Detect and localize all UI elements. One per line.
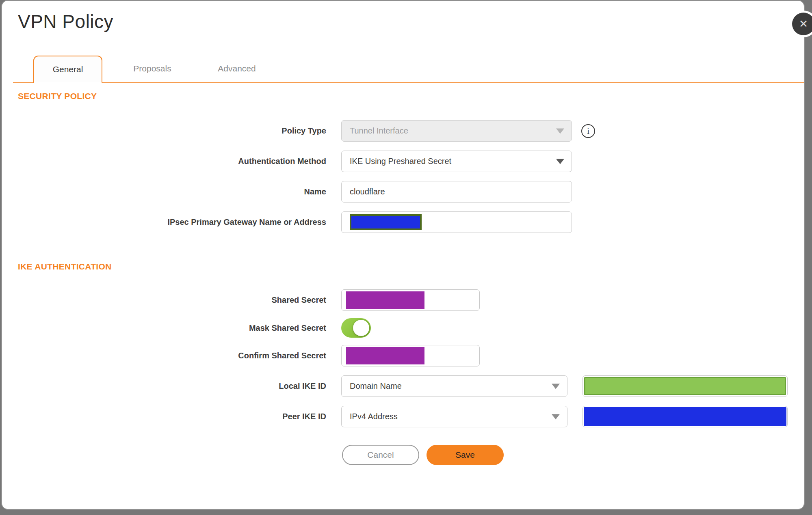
confirm-shared-secret-redaction-block	[346, 347, 424, 364]
ike-authentication-heading: IKE AUTHENTICATION	[18, 262, 804, 272]
chevron-down-icon	[556, 128, 564, 134]
dialog-content: VPN Policy General Proposals Advanced SE…	[2, 1, 804, 509]
name-control	[341, 181, 572, 203]
local-ike-id-redaction-block	[584, 377, 786, 395]
close-icon: ✕	[799, 17, 808, 30]
shared-secret-redaction-block	[346, 291, 424, 309]
chevron-down-icon	[552, 384, 560, 389]
policy-type-label: Policy Type	[2, 126, 326, 136]
tab-general-label: General	[53, 65, 83, 74]
tab-general[interactable]: General	[33, 56, 102, 83]
info-icon[interactable]: i	[581, 124, 595, 138]
cancel-button[interactable]: Cancel	[342, 445, 419, 465]
shared-secret-input[interactable]	[341, 289, 480, 311]
policy-type-row: Policy Type Tunnel Interface i	[2, 120, 804, 142]
tab-bar: General Proposals Advanced	[13, 55, 804, 83]
save-button[interactable]: Save	[427, 445, 504, 465]
name-row: Name	[2, 181, 804, 203]
name-input[interactable]	[341, 181, 572, 203]
gateway-redaction-block	[350, 214, 422, 230]
mask-shared-secret-row: Mask Shared Secret	[2, 318, 804, 338]
confirm-shared-secret-row: Confirm Shared Secret	[2, 345, 804, 366]
local-ike-id-select[interactable]: Domain Name	[341, 375, 567, 397]
ike-authentication-form: Shared Secret Mask Shared Secret Confirm…	[2, 289, 804, 465]
shared-secret-label: Shared Secret	[2, 295, 326, 305]
gateway-row: IPsec Primary Gateway Name or Address	[2, 211, 804, 233]
shared-secret-row: Shared Secret	[2, 289, 804, 311]
gateway-label: IPsec Primary Gateway Name or Address	[2, 218, 326, 227]
chevron-down-icon	[556, 159, 564, 164]
shared-secret-control	[341, 289, 480, 311]
local-ike-id-label: Local IKE ID	[2, 381, 326, 391]
peer-ike-id-value: IPv4 Address	[350, 412, 398, 421]
authentication-method-select[interactable]: IKE Using Preshared Secret	[341, 151, 572, 172]
confirm-shared-secret-label: Confirm Shared Secret	[2, 351, 326, 360]
peer-ike-id-control: IPv4 Address	[341, 406, 788, 427]
policy-type-select: Tunnel Interface	[341, 120, 572, 142]
gateway-control	[341, 211, 572, 233]
peer-ike-id-select[interactable]: IPv4 Address	[341, 406, 567, 427]
confirm-shared-secret-input[interactable]	[341, 345, 480, 366]
authentication-method-row: Authentication Method IKE Using Preshare…	[2, 151, 804, 172]
close-button[interactable]: ✕	[792, 13, 812, 35]
local-ike-id-row: Local IKE ID Domain Name	[2, 375, 804, 397]
tab-proposals[interactable]: Proposals	[118, 55, 187, 82]
peer-ike-id-label: Peer IKE ID	[2, 412, 326, 421]
mask-shared-secret-label: Mask Shared Secret	[2, 323, 326, 333]
authentication-method-control: IKE Using Preshared Secret	[341, 151, 572, 172]
authentication-method-value: IKE Using Preshared Secret	[350, 157, 451, 166]
local-ike-id-control: Domain Name	[341, 375, 788, 397]
peer-ike-id-value-input[interactable]	[582, 406, 788, 427]
policy-type-control: Tunnel Interface i	[341, 120, 595, 142]
chevron-down-icon	[552, 414, 560, 419]
peer-ike-id-redaction-block	[584, 407, 786, 426]
authentication-method-label: Authentication Method	[2, 157, 326, 166]
confirm-shared-secret-control	[341, 345, 480, 366]
tab-advanced-label: Advanced	[218, 64, 256, 73]
page-title: VPN Policy	[18, 9, 804, 34]
toggle-knob	[353, 320, 369, 336]
mask-shared-secret-control	[341, 318, 371, 338]
tab-advanced[interactable]: Advanced	[202, 55, 271, 82]
security-policy-form: Policy Type Tunnel Interface i Authentic…	[2, 120, 804, 233]
security-policy-heading: SECURITY POLICY	[18, 91, 804, 101]
local-ike-id-value: Domain Name	[350, 381, 402, 391]
peer-ike-id-row: Peer IKE ID IPv4 Address	[2, 406, 804, 427]
footer-actions: Cancel Save	[342, 445, 804, 465]
name-label: Name	[2, 187, 326, 196]
vpn-policy-dialog: VPN Policy General Proposals Advanced SE…	[1, 0, 805, 510]
gateway-input[interactable]	[341, 211, 572, 233]
tab-proposals-label: Proposals	[133, 64, 171, 73]
mask-shared-secret-toggle[interactable]	[341, 318, 371, 338]
policy-type-value: Tunnel Interface	[350, 126, 408, 136]
local-ike-id-value-input[interactable]	[582, 375, 788, 397]
